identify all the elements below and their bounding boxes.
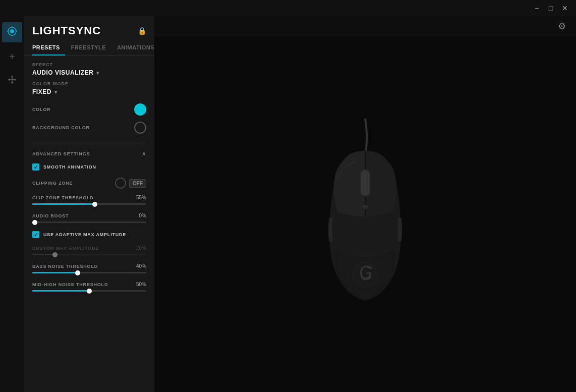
custom-max-amplitude-header: CUSTOM MAX AMPLITUDE 20% (32, 245, 146, 251)
sidebar-item-move[interactable] (2, 71, 22, 91)
smooth-animation-checkbox[interactable]: ✓ (32, 163, 39, 171)
add-icon: + (9, 51, 15, 63)
custom-max-amplitude-label: CUSTOM MAX AMPLITUDE (32, 246, 99, 251)
color-mode-section: COLOR MODE FIXED ▾ (24, 81, 154, 95)
audio-boost-label: AUDIO BOOST (32, 213, 69, 218)
bass-noise-threshold-label: BASS NOISE THRESHOLD (32, 264, 98, 269)
bass-noise-threshold-fill (32, 272, 78, 273)
mid-high-noise-threshold-track[interactable] (32, 290, 146, 292)
clip-zone-threshold-thumb[interactable] (92, 202, 97, 207)
color-mode-arrow: ▾ (54, 89, 57, 95)
tab-freestyle[interactable]: FREESTYLE (71, 41, 111, 55)
bass-noise-threshold-header: BASS NOISE THRESHOLD 40% (32, 263, 146, 269)
color-row-label: COLOR (32, 107, 51, 112)
icon-sidebar: + (0, 16, 24, 392)
color-mode-value: FIXED (32, 88, 51, 95)
audio-boost-track[interactable] (32, 221, 146, 223)
svg-point-1 (10, 29, 14, 33)
advanced-settings-header[interactable]: ADVANCED SETTINGS ∧ (24, 146, 154, 161)
advanced-settings-chevron: ∧ (142, 150, 146, 157)
background-color-picker[interactable] (134, 122, 146, 134)
mid-high-noise-threshold-thumb[interactable] (87, 289, 92, 294)
title-bar: − □ ✕ (0, 0, 576, 16)
clip-zone-threshold-track[interactable] (32, 203, 146, 205)
clipping-off-badge[interactable]: OFF (129, 179, 146, 188)
tab-animations[interactable]: ANIMATIONS (117, 41, 154, 55)
effect-label: EFFECT (32, 62, 146, 67)
effect-dropdown-arrow: ▾ (96, 70, 99, 76)
color-mode-dropdown[interactable]: FIXED ▾ (32, 88, 146, 95)
use-adaptive-label: USE ADAPTIVE MAX AMPLITUDE (43, 232, 126, 237)
maximize-button[interactable]: □ (544, 1, 558, 15)
clipping-toggle-circle[interactable] (115, 178, 126, 189)
divider-1 (32, 142, 146, 142)
effect-value: AUDIO VISUALIZER (32, 69, 93, 76)
use-adaptive-checkbox[interactable]: ✓ (32, 231, 39, 238)
audio-boost-value: 0% (139, 213, 146, 218)
color-section: COLOR BACKGROUND COLOR (24, 100, 154, 137)
close-button[interactable]: ✕ (558, 1, 572, 15)
minimize-button[interactable]: − (530, 1, 544, 15)
main-area (154, 36, 576, 392)
clipping-controls: OFF (115, 178, 146, 189)
sidebar-item-add[interactable]: + (2, 46, 22, 67)
effect-section: EFFECT AUDIO VISUALIZER ▾ (24, 62, 154, 76)
sidebar-item-lightsync[interactable] (2, 22, 22, 42)
lightsync-icon (7, 26, 17, 39)
clip-zone-threshold-header: CLIP ZONE THRESHOLD 55% (32, 195, 146, 200)
custom-max-amplitude-section: CUSTOM MAX AMPLITUDE 20% (24, 243, 154, 257)
tabs: PRESETS FREESTYLE ANIMATIONS (24, 41, 154, 56)
mid-high-noise-threshold-section: MID-HIGH NOISE THRESHOLD 50% (24, 279, 154, 294)
panel: LIGHTSYNC 🔒 PRESETS FREESTYLE ANIMATIONS… (24, 16, 154, 392)
audio-boost-section: AUDIO BOOST 0% (24, 211, 154, 225)
mouse-illustration (290, 101, 441, 328)
bass-noise-threshold-track[interactable] (32, 272, 146, 273)
mid-high-noise-threshold-header: MID-HIGH NOISE THRESHOLD 50% (32, 282, 146, 287)
custom-max-amplitude-fill (32, 254, 55, 255)
use-adaptive-row: ✓ USE ADAPTIVE MAX AMPLITUDE (24, 229, 154, 240)
mid-high-noise-threshold-value: 50% (136, 282, 146, 287)
move-icon (7, 75, 17, 87)
background-color-label: BACKGROUND COLOR (32, 125, 90, 130)
effect-dropdown[interactable]: AUDIO VISUALIZER ▾ (32, 69, 146, 76)
tab-presets[interactable]: PRESETS (32, 41, 65, 55)
clip-zone-threshold-label: CLIP ZONE THRESHOLD (32, 195, 94, 200)
gear-button[interactable]: ⚙ (552, 16, 572, 36)
panel-header: LIGHTSYNC 🔒 (24, 16, 154, 41)
background-color-row: BACKGROUND COLOR (32, 119, 146, 137)
svg-point-12 (362, 205, 368, 209)
clipping-zone-row: CLIPPING ZONE OFF (24, 176, 154, 191)
audio-boost-header: AUDIO BOOST 0% (32, 213, 146, 218)
lock-icon: 🔒 (138, 27, 146, 35)
mid-high-noise-threshold-fill (32, 290, 89, 292)
custom-max-amplitude-thumb (52, 252, 57, 257)
audio-boost-thumb[interactable] (32, 220, 37, 225)
clip-zone-threshold-value: 55% (136, 195, 146, 200)
clip-zone-threshold-section: CLIP ZONE THRESHOLD 55% (24, 193, 154, 207)
panel-title: LIGHTSYNC (32, 24, 101, 37)
color-picker[interactable] (134, 103, 146, 116)
adaptive-checkbox-check-icon: ✓ (34, 232, 38, 238)
custom-max-amplitude-track (32, 254, 146, 255)
advanced-settings-title: ADVANCED SETTINGS (32, 151, 90, 156)
color-mode-label: COLOR MODE (32, 81, 146, 86)
checkbox-check-icon: ✓ (34, 164, 38, 170)
color-row: COLOR (32, 100, 146, 119)
bass-noise-threshold-thumb[interactable] (75, 270, 80, 275)
mouse-svg (310, 119, 421, 310)
bass-noise-threshold-section: BASS NOISE THRESHOLD 40% (24, 261, 154, 275)
bass-noise-threshold-value: 40% (136, 263, 146, 269)
smooth-animation-label: SMOOTH ANIMATION (43, 164, 96, 170)
mid-high-noise-threshold-label: MID-HIGH NOISE THRESHOLD (32, 282, 108, 287)
clip-zone-threshold-fill (32, 203, 95, 205)
smooth-animation-row: ✓ SMOOTH ANIMATION (24, 161, 154, 173)
custom-max-amplitude-value: 20% (136, 245, 146, 251)
clipping-zone-label: CLIPPING ZONE (32, 181, 73, 186)
